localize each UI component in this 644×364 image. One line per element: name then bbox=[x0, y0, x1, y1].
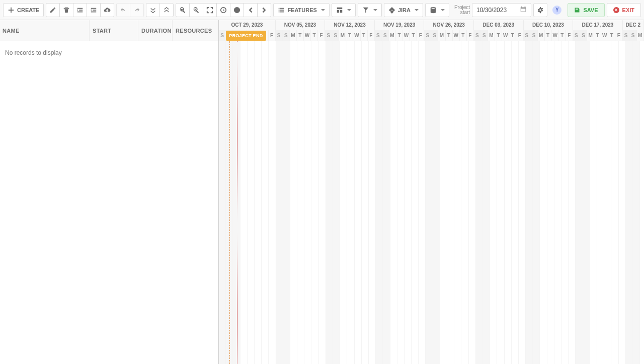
timeline-day-column bbox=[490, 41, 497, 364]
grid-empty-message: No records to display bbox=[0, 41, 218, 64]
timeline-day-column bbox=[255, 41, 262, 364]
day-header: T bbox=[460, 30, 467, 41]
redo-button[interactable] bbox=[130, 3, 144, 17]
day-header: S bbox=[283, 30, 290, 41]
day-header: T bbox=[608, 30, 615, 41]
settings-button[interactable] bbox=[533, 3, 547, 17]
day-header: W bbox=[453, 30, 460, 41]
timeline-day-column bbox=[219, 41, 226, 364]
day-header: M bbox=[339, 30, 346, 41]
column-start[interactable]: START bbox=[90, 20, 138, 41]
features-dropdown[interactable]: FEATURES bbox=[273, 3, 329, 17]
edit-button[interactable] bbox=[46, 3, 60, 17]
user-badge[interactable]: Y bbox=[552, 6, 561, 15]
day-header: T bbox=[297, 30, 304, 41]
timeline-day-column bbox=[576, 41, 583, 364]
add-milestone-button[interactable] bbox=[230, 3, 244, 17]
layout-dropdown[interactable] bbox=[332, 3, 356, 17]
timeline-day-column bbox=[497, 41, 504, 364]
timeline-day-column bbox=[397, 41, 405, 364]
day-header: S bbox=[332, 30, 339, 41]
day-header: S bbox=[474, 30, 481, 41]
timeline-day-column bbox=[447, 41, 454, 364]
day-header: T bbox=[594, 30, 601, 41]
plus-icon bbox=[8, 7, 15, 14]
week-header: NOV 19, 2023 bbox=[375, 20, 425, 30]
timeline-day-column bbox=[326, 41, 333, 364]
undo-group bbox=[116, 3, 144, 17]
expand-all-button[interactable] bbox=[146, 3, 160, 17]
goto-today-button[interactable] bbox=[216, 3, 230, 17]
timeline-day-column bbox=[304, 41, 311, 364]
day-header: T bbox=[509, 30, 516, 41]
column-resources[interactable]: RESOURCES bbox=[173, 20, 218, 41]
save-button[interactable]: SAVE bbox=[568, 3, 604, 17]
chevron-down-icon bbox=[321, 9, 325, 11]
column-name[interactable]: NAME bbox=[0, 20, 90, 41]
next-button[interactable] bbox=[257, 3, 271, 17]
day-header: F bbox=[417, 30, 424, 41]
zoom-in-button[interactable] bbox=[176, 3, 190, 17]
storage-dropdown[interactable] bbox=[425, 3, 449, 17]
timeline-day-column bbox=[461, 41, 468, 364]
day-header: T bbox=[311, 30, 318, 41]
jira-dropdown[interactable]: JIRA bbox=[384, 3, 423, 17]
timeline-day-column bbox=[333, 41, 340, 364]
day-header: W bbox=[502, 30, 509, 41]
zoom-fit-button[interactable] bbox=[203, 3, 217, 17]
close-circle-icon bbox=[613, 7, 619, 13]
timeline-body[interactable] bbox=[219, 41, 644, 364]
timeline-day-column bbox=[369, 41, 376, 364]
day-header: M bbox=[438, 30, 445, 41]
exit-label: EXIT bbox=[622, 7, 634, 13]
day-header: T bbox=[396, 30, 403, 41]
day-header: T bbox=[559, 30, 566, 41]
create-button[interactable]: CREATE bbox=[3, 3, 44, 17]
grid-column-headers: NAME START DURATION RESOURCES bbox=[0, 20, 218, 41]
timeline-day-column bbox=[611, 41, 618, 364]
outdent-button[interactable] bbox=[73, 3, 87, 17]
timeline-day-column bbox=[297, 41, 304, 364]
delete-button[interactable] bbox=[59, 3, 73, 17]
undo-button[interactable] bbox=[116, 3, 130, 17]
timeline-day-column bbox=[626, 41, 633, 364]
timeline-day-column bbox=[454, 41, 461, 364]
collapse-all-button[interactable] bbox=[159, 3, 174, 17]
day-header: F bbox=[368, 30, 375, 41]
day-header: M bbox=[389, 30, 396, 41]
zoom-group bbox=[176, 3, 271, 17]
timeline-day-column bbox=[512, 41, 519, 364]
undo-icon bbox=[120, 7, 127, 14]
timeline-panel[interactable]: OCT 29, 2023NOV 05, 2023NOV 12, 2023NOV … bbox=[219, 20, 644, 364]
day-header: W bbox=[304, 30, 311, 41]
timeline-day-column bbox=[340, 41, 347, 364]
timeline-day-column bbox=[469, 41, 476, 364]
zoom-out-button[interactable] bbox=[189, 3, 203, 17]
gear-icon bbox=[537, 7, 544, 14]
chevron-right-icon bbox=[261, 7, 268, 14]
filter-dropdown[interactable] bbox=[358, 3, 382, 17]
fit-icon bbox=[206, 7, 213, 14]
project-start-date-field[interactable] bbox=[472, 3, 531, 17]
day-header: S bbox=[431, 30, 438, 41]
project-end-marker-line bbox=[237, 41, 237, 364]
timeline-day-column bbox=[554, 41, 561, 364]
double-chevron-down-icon bbox=[149, 7, 156, 14]
chevron-down-icon bbox=[415, 9, 419, 11]
timeline-day-column bbox=[390, 41, 397, 364]
day-header: F bbox=[318, 30, 325, 41]
prev-button[interactable] bbox=[244, 3, 258, 17]
create-label: CREATE bbox=[17, 7, 39, 13]
exit-button[interactable]: EXIT bbox=[607, 3, 641, 17]
export-button[interactable] bbox=[100, 3, 114, 17]
column-duration[interactable]: DURATION bbox=[138, 20, 173, 41]
indent-button[interactable] bbox=[87, 3, 101, 17]
day-header: S bbox=[630, 30, 637, 41]
clock-icon bbox=[220, 7, 227, 14]
day-header: S bbox=[375, 30, 382, 41]
project-start-input[interactable] bbox=[476, 7, 516, 14]
layout-icon bbox=[336, 7, 343, 14]
day-header: F bbox=[516, 30, 523, 41]
day-header: T bbox=[361, 30, 368, 41]
outdent-icon bbox=[76, 7, 84, 14]
